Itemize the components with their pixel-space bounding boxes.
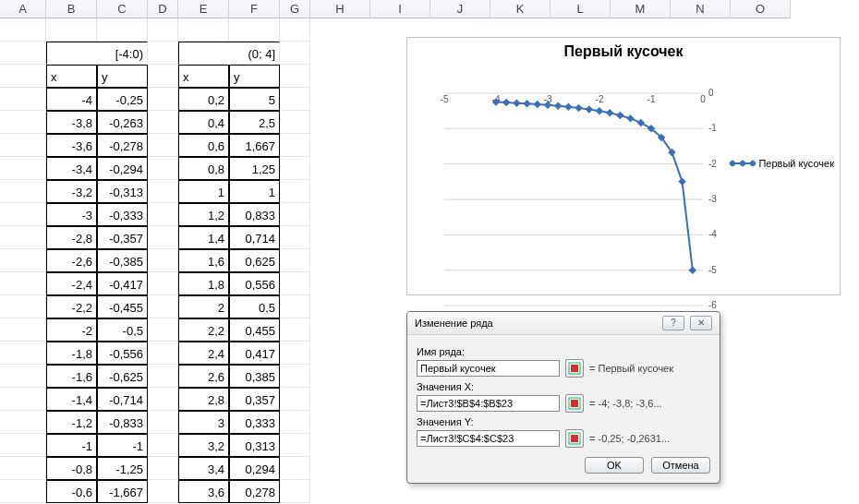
cell[interactable] <box>0 42 46 65</box>
cell[interactable] <box>148 272 178 295</box>
cell[interactable]: 2,8 <box>178 388 229 411</box>
cell[interactable]: 0,357 <box>229 388 280 411</box>
cell[interactable] <box>148 111 178 134</box>
cell[interactable]: -0,313 <box>97 180 148 203</box>
cell[interactable]: -3,8 <box>46 111 97 134</box>
cell[interactable] <box>0 318 46 342</box>
range-selector-button[interactable] <box>565 429 584 448</box>
cell[interactable] <box>148 203 178 226</box>
cell[interactable] <box>280 388 310 411</box>
dialog-titlebar[interactable]: Изменение ряда ? ✕ <box>407 312 720 335</box>
cell[interactable]: -0,6 <box>46 480 97 503</box>
col-header[interactable]: L <box>550 0 611 18</box>
cell[interactable] <box>148 457 178 480</box>
cell[interactable] <box>0 342 46 365</box>
cell[interactable] <box>148 480 178 503</box>
cell[interactable] <box>148 434 178 457</box>
cell[interactable]: -0,263 <box>97 111 148 134</box>
cell[interactable] <box>280 134 310 157</box>
cell[interactable] <box>0 434 46 457</box>
cell[interactable]: 0,455 <box>229 318 280 342</box>
cell[interactable]: 0,714 <box>229 226 280 249</box>
cell[interactable] <box>0 365 46 388</box>
close-button[interactable]: ✕ <box>690 316 712 330</box>
cell[interactable] <box>0 203 46 226</box>
cell[interactable]: -3,4 <box>46 157 97 180</box>
cell[interactable]: -1,2 <box>46 411 97 434</box>
cell[interactable] <box>148 42 178 65</box>
cell[interactable] <box>0 411 46 434</box>
cell[interactable] <box>280 249 310 272</box>
cell[interactable] <box>148 226 178 249</box>
cell[interactable] <box>0 111 46 134</box>
cell[interactable]: -1,8 <box>46 342 97 365</box>
col-header[interactable]: C <box>97 0 148 18</box>
table2-range[interactable]: (0; 4] <box>178 42 280 65</box>
cell[interactable] <box>280 203 310 226</box>
cell[interactable]: -2,6 <box>46 249 97 272</box>
cell[interactable]: -0,357 <box>97 226 148 249</box>
cell[interactable] <box>280 111 310 134</box>
cell[interactable]: 1,8 <box>178 272 229 295</box>
cell[interactable]: -2 <box>46 318 97 342</box>
cell[interactable]: -1,667 <box>97 480 148 503</box>
cell[interactable] <box>0 295 46 318</box>
cell[interactable] <box>280 434 310 457</box>
cell[interactable]: 1,667 <box>229 134 280 157</box>
cell[interactable]: -0,385 <box>97 249 148 272</box>
cell[interactable] <box>229 18 280 42</box>
col-header[interactable]: I <box>370 0 430 18</box>
cell[interactable]: -4 <box>46 88 97 111</box>
cell[interactable]: 0,833 <box>229 203 280 226</box>
col-header[interactable]: A <box>0 0 46 18</box>
cell[interactable]: 0,333 <box>229 411 280 434</box>
cell[interactable] <box>280 18 310 42</box>
cell[interactable] <box>280 42 310 65</box>
cell[interactable] <box>280 226 310 249</box>
cell[interactable] <box>148 249 178 272</box>
cell[interactable]: y <box>97 65 148 88</box>
cell[interactable]: 0,313 <box>229 434 280 457</box>
cell[interactable]: -0,417 <box>97 272 148 295</box>
cell[interactable] <box>0 249 46 272</box>
cell[interactable]: 3,2 <box>178 434 229 457</box>
cell[interactable]: 1 <box>178 180 229 203</box>
cell[interactable] <box>97 18 148 42</box>
cell[interactable]: 1,25 <box>229 157 280 180</box>
cell[interactable]: 1,4 <box>178 226 229 249</box>
cell[interactable] <box>0 65 46 88</box>
col-header[interactable]: E <box>178 0 229 18</box>
series-name-input[interactable] <box>417 360 560 377</box>
cell[interactable] <box>178 18 229 42</box>
cell[interactable]: 2,2 <box>178 318 229 342</box>
table1-range[interactable]: [-4:0) <box>46 42 148 65</box>
cell[interactable] <box>280 88 310 111</box>
help-button[interactable]: ? <box>662 316 684 330</box>
cell[interactable] <box>148 342 178 365</box>
cell[interactable]: 2,6 <box>178 365 229 388</box>
cell[interactable]: 0,556 <box>229 272 280 295</box>
cell[interactable]: -0,294 <box>97 157 148 180</box>
range-selector-button[interactable] <box>565 394 584 413</box>
cell[interactable] <box>148 365 178 388</box>
cell[interactable]: -0,333 <box>97 203 148 226</box>
cell[interactable]: 2 <box>178 295 229 318</box>
cell[interactable] <box>280 342 310 365</box>
cell[interactable]: 0,417 <box>229 342 280 365</box>
cell[interactable]: -3,2 <box>46 180 97 203</box>
cell[interactable]: y <box>229 65 280 88</box>
cell[interactable]: -3,6 <box>46 134 97 157</box>
cell[interactable]: -1 <box>46 434 97 457</box>
col-header[interactable]: N <box>671 0 731 18</box>
cell[interactable] <box>0 180 46 203</box>
cell[interactable]: -0,714 <box>97 388 148 411</box>
cell[interactable]: 0,6 <box>178 134 229 157</box>
cell[interactable]: 1,6 <box>178 249 229 272</box>
cell[interactable]: -1,4 <box>46 388 97 411</box>
cell[interactable] <box>280 65 310 88</box>
cell[interactable] <box>0 88 46 111</box>
cell[interactable]: 0,625 <box>229 249 280 272</box>
cell[interactable]: 3,4 <box>178 457 229 480</box>
col-header[interactable]: D <box>148 0 178 18</box>
cell[interactable]: -3 <box>46 203 97 226</box>
